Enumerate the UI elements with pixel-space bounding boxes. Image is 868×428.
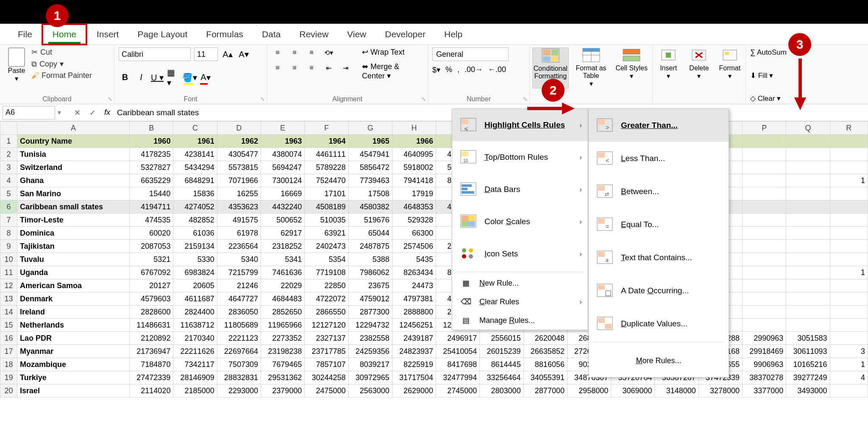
fill-button[interactable]: ⬇ Fill ▾ bbox=[750, 71, 796, 80]
cell[interactable] bbox=[830, 253, 868, 266]
align-right-icon[interactable]: ≡ bbox=[305, 63, 318, 73]
tab-insert[interactable]: Insert bbox=[87, 25, 128, 44]
tab-file[interactable]: File bbox=[8, 25, 42, 44]
cell[interactable]: 2828600 bbox=[130, 306, 173, 319]
cell[interactable]: 25410054 bbox=[436, 345, 480, 358]
cell[interactable]: 5341 bbox=[261, 253, 304, 266]
cell[interactable]: 1963 bbox=[261, 135, 304, 148]
cell[interactable] bbox=[786, 174, 830, 187]
cell[interactable]: 7461636 bbox=[261, 266, 304, 279]
cell[interactable]: 16255 bbox=[217, 187, 261, 200]
cell[interactable]: 7507309 bbox=[217, 358, 261, 371]
cell[interactable]: 65044 bbox=[348, 227, 392, 240]
cell[interactable]: 34055391 bbox=[523, 371, 567, 384]
cell[interactable]: 3148000 bbox=[655, 384, 698, 397]
cell[interactable]: 4238141 bbox=[173, 148, 217, 161]
font-size-select[interactable] bbox=[194, 47, 218, 61]
cell[interactable]: Mozambique bbox=[17, 358, 130, 371]
cell[interactable]: 24473 bbox=[392, 279, 436, 292]
tab-home[interactable]: Home bbox=[42, 23, 87, 45]
row-header[interactable]: 18 bbox=[0, 358, 17, 371]
cell[interactable]: 2958000 bbox=[567, 384, 611, 397]
row-header[interactable]: 16 bbox=[0, 332, 17, 345]
cell[interactable] bbox=[786, 240, 830, 253]
cell[interactable]: 7679465 bbox=[261, 358, 304, 371]
cell[interactable]: 6635229 bbox=[130, 174, 173, 187]
increase-decimal-icon[interactable]: .00→ bbox=[465, 65, 483, 75]
cell[interactable]: 4305477 bbox=[217, 148, 261, 161]
row-header[interactable]: 3 bbox=[0, 161, 17, 174]
cell[interactable]: 1964 bbox=[305, 135, 348, 148]
cell[interactable]: 7986062 bbox=[348, 266, 392, 279]
cell[interactable]: 1961 bbox=[173, 135, 217, 148]
cell[interactable]: 6848291 bbox=[173, 174, 217, 187]
cell[interactable]: 7215799 bbox=[217, 266, 261, 279]
cell[interactable] bbox=[743, 319, 786, 332]
menu-color-scales[interactable]: Color Scales › bbox=[452, 206, 588, 238]
decrease-indent-icon[interactable]: ⇤ bbox=[322, 63, 335, 73]
cell[interactable]: 16669 bbox=[261, 187, 304, 200]
cell[interactable]: 2402473 bbox=[305, 240, 348, 253]
cell[interactable]: 7941418 bbox=[392, 174, 436, 187]
row-header[interactable]: 7 bbox=[0, 214, 17, 227]
cell[interactable]: 3278000 bbox=[698, 384, 742, 397]
cell[interactable]: 1 bbox=[830, 174, 868, 187]
menu-data-bars[interactable]: Data Bars › bbox=[452, 173, 588, 206]
cell[interactable]: 11805689 bbox=[217, 319, 261, 332]
font-name-select[interactable] bbox=[119, 47, 191, 61]
cell[interactable]: 5789228 bbox=[305, 161, 348, 174]
column-header[interactable]: D bbox=[217, 122, 261, 135]
cell[interactable] bbox=[786, 306, 830, 319]
cell[interactable]: 21736947 bbox=[130, 345, 173, 358]
cell[interactable]: 4580382 bbox=[348, 200, 392, 214]
cell[interactable] bbox=[786, 135, 830, 148]
underline-button[interactable]: U ▾ bbox=[151, 71, 164, 84]
menu-new-rule[interactable]: ▦ New Rule... bbox=[452, 274, 588, 292]
row-header[interactable]: 15 bbox=[0, 319, 17, 332]
cell[interactable]: Netherlands bbox=[17, 319, 130, 332]
cell[interactable]: 2379000 bbox=[261, 384, 304, 397]
cell[interactable]: 24259356 bbox=[348, 345, 392, 358]
align-middle-icon[interactable]: ≡ bbox=[288, 47, 301, 58]
cell[interactable] bbox=[743, 253, 786, 266]
cell[interactable]: 66300 bbox=[392, 227, 436, 240]
cell[interactable]: 11965966 bbox=[261, 319, 304, 332]
cell[interactable]: 4759012 bbox=[348, 292, 392, 306]
align-top-icon[interactable]: ≡ bbox=[271, 47, 284, 58]
cell[interactable] bbox=[830, 200, 868, 214]
cell[interactable]: 31717504 bbox=[392, 371, 436, 384]
column-header[interactable]: R bbox=[830, 122, 868, 135]
spreadsheet-grid[interactable]: ABCDEFGHIJKLMNOPQR1Country Name196019611… bbox=[0, 121, 868, 397]
cell[interactable]: 22850 bbox=[305, 279, 348, 292]
tab-developer[interactable]: Developer bbox=[376, 25, 435, 44]
cell[interactable] bbox=[830, 148, 868, 161]
cell[interactable] bbox=[743, 214, 786, 227]
cell[interactable]: 22697664 bbox=[217, 345, 261, 358]
cell[interactable]: 3 bbox=[830, 345, 868, 358]
cell[interactable]: 3051583 bbox=[786, 332, 830, 345]
cell[interactable]: 26015239 bbox=[480, 345, 523, 358]
cell[interactable] bbox=[743, 148, 786, 161]
cell[interactable]: 4684483 bbox=[261, 292, 304, 306]
cell[interactable]: 2496917 bbox=[436, 332, 480, 345]
cell[interactable]: 28832831 bbox=[217, 371, 261, 384]
cell[interactable]: 4194711 bbox=[130, 200, 173, 214]
cell[interactable]: 7719108 bbox=[305, 266, 348, 279]
cell[interactable]: 4648353 bbox=[392, 200, 436, 214]
cell[interactable]: 20605 bbox=[173, 279, 217, 292]
cell[interactable]: 491575 bbox=[217, 214, 261, 227]
cell[interactable] bbox=[786, 214, 830, 227]
merge-center-button[interactable]: ⬌ Merge & Center ▾ bbox=[362, 62, 423, 81]
cell[interactable]: 7342117 bbox=[173, 358, 217, 371]
cell[interactable]: 5434294 bbox=[173, 161, 217, 174]
align-left-icon[interactable]: ≡ bbox=[271, 63, 284, 73]
cell[interactable]: 2745000 bbox=[436, 384, 480, 397]
increase-indent-icon[interactable]: ⇥ bbox=[339, 63, 352, 73]
bold-button[interactable]: B bbox=[119, 71, 131, 84]
cell[interactable]: 7071966 bbox=[217, 174, 261, 187]
cell[interactable]: 8816056 bbox=[523, 358, 567, 371]
cell[interactable]: 2888800 bbox=[392, 306, 436, 319]
cell-styles-button[interactable]: Cell Styles ▾ bbox=[613, 47, 650, 80]
cell[interactable]: 7739463 bbox=[348, 174, 392, 187]
cell[interactable]: 12127120 bbox=[305, 319, 348, 332]
